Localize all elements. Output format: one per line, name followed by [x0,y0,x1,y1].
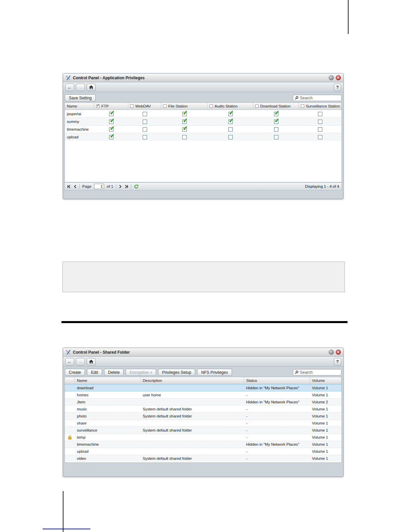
forward-button[interactable]: → [76,84,85,91]
surveillance_station-checkbox[interactable] [318,120,322,124]
privilege-row-jasperlai[interactable]: jasperlai [65,110,341,118]
titlebar[interactable]: Control Panel - Shared Folder × [63,348,343,357]
shared-folder-row-photo[interactable]: photoSystem default shared folder-Volume… [65,412,341,419]
file_station-checkbox[interactable] [182,135,187,139]
column-header-ftp[interactable]: FTP [94,103,128,109]
ftp-checkbox[interactable] [109,112,113,116]
download_station-checkbox[interactable] [274,127,278,132]
shared-folder-row-timemachine[interactable]: timemachineHidden in "My Network Places"… [65,441,341,448]
surveillance_station-checkbox[interactable] [318,135,322,139]
webdav-checkbox[interactable] [143,120,147,124]
download_station-checkbox[interactable] [274,112,278,116]
encryption-button[interactable]: Encryption▾ [126,369,156,376]
audio_station-checkbox[interactable] [228,127,233,132]
folder-status-icon-cell [65,455,75,462]
minimize-button[interactable] [329,350,334,355]
surveillance_station-checkbox[interactable] [318,127,322,132]
column-header-webdav[interactable]: WebDAV [128,103,161,109]
webdav-checkbox[interactable] [143,127,147,132]
webdav-select-all-checkbox[interactable] [130,104,134,108]
column-header-name[interactable]: Name [75,377,141,384]
column-header-audio_station[interactable]: Audio Station [208,103,253,109]
privilege-row-summy[interactable]: summy [65,118,341,125]
save-setting-button[interactable]: Save Setting [65,94,96,101]
folder-description [141,399,244,405]
shared-folder-row-download[interactable]: downloadHidden in "My Network Places"Vol… [65,384,341,391]
button-label: NFS Privileges [201,370,228,375]
last-page-button[interactable] [125,185,128,188]
home-button[interactable] [87,84,96,91]
shared-folder-row-share[interactable]: share-Volume 1 [65,419,341,427]
folder-volume: Volume 1 [310,455,341,462]
file_station-checkbox[interactable] [182,120,187,124]
help-button[interactable]: ? [334,84,341,91]
folder-status-icon-cell [65,392,75,398]
minimize-button[interactable] [329,75,334,80]
shared-folder-row-video[interactable]: videoSystem default shared folder-Volume… [65,455,341,462]
audio_station-checkbox[interactable] [228,135,233,139]
column-header-description[interactable]: Description [141,377,244,384]
search-input[interactable]: Search [293,95,341,101]
page-number-input[interactable] [94,184,104,189]
audio_station-cell [208,118,253,125]
prev-page-button[interactable] [74,185,77,188]
page-rule-top-right [348,0,349,34]
shared-folder-row-upload[interactable]: upload-Volume 1 [65,448,341,455]
privileges-setup-button[interactable]: Privileges Setup [158,369,195,376]
privilege-row-timemachine[interactable]: timemachine [65,125,341,133]
ftp-checkbox[interactable] [109,135,113,139]
webdav-checkbox[interactable] [143,135,147,139]
close-button[interactable]: × [336,75,341,80]
shared-folder-row-temp[interactable]: temp-Volume 1 [65,434,341,441]
delete-button[interactable]: Delete [104,369,124,376]
ftp-select-all-checkbox[interactable] [96,104,100,108]
audio_station-cell [208,126,253,133]
column-header-name[interactable]: Name [65,103,94,109]
shared-folder-row-Jtem[interactable]: JtemHidden in "My Network Places"Volume … [65,398,341,405]
file_station-checkbox[interactable] [182,127,187,132]
titlebar[interactable]: Control Panel - Application Privileges × [63,74,343,82]
column-header-surveillance_station[interactable]: Surveillance Station [299,103,341,109]
surveillance_station-checkbox[interactable] [318,112,322,116]
search-input[interactable]: Search [293,369,341,375]
shared-folder-row-surveillance[interactable]: surveillanceSystem default shared folder… [65,427,341,434]
nfs-privileges-button[interactable]: NFS Privileges [197,369,232,376]
back-button[interactable]: ← [65,358,74,365]
folder-name: photo [75,413,141,419]
create-button[interactable]: Create [65,369,85,376]
back-button[interactable]: ← [65,84,74,91]
folder-status-icon-cell [65,434,75,441]
column-header-volume[interactable]: Volume [310,377,341,384]
download_station-checkbox[interactable] [274,135,278,139]
user-name: summy [65,118,94,125]
surveillance_station-select-all-checkbox[interactable] [301,104,304,108]
edit-button[interactable]: Edit [87,369,102,376]
audio_station-checkbox[interactable] [228,112,233,116]
forward-button[interactable]: → [76,358,85,365]
privilege-row-upload[interactable]: upload [65,133,341,141]
ftp-checkbox[interactable] [109,127,113,132]
section-divider-rule [61,321,348,323]
folder-status: - [244,413,310,419]
file_station-select-all-checkbox[interactable] [163,104,167,108]
column-header-download_station[interactable]: Download Station [253,103,299,109]
audio_station-checkbox[interactable] [228,120,233,124]
webdav-checkbox[interactable] [143,112,147,116]
download_station-select-all-checkbox[interactable] [255,104,259,108]
close-button[interactable]: × [336,350,341,355]
help-button[interactable]: ? [334,358,341,365]
first-page-button[interactable] [67,185,71,188]
ftp-checkbox[interactable] [109,120,113,124]
shared-folder-row-music[interactable]: musicSystem default shared folder-Volume… [65,405,341,412]
home-button[interactable] [87,358,96,365]
download_station-checkbox[interactable] [274,120,278,124]
refresh-button[interactable] [134,184,138,189]
button-label: Encryption [130,370,149,375]
shared-folder-row-homes[interactable]: homesuser home-Volume 1 [65,391,341,398]
audio_station-select-all-checkbox[interactable] [210,104,213,108]
file_station-checkbox[interactable] [182,112,187,116]
column-header-file_station[interactable]: File Station [161,103,208,109]
next-page-button[interactable] [119,185,122,188]
folder-description [141,441,244,448]
column-header-status[interactable]: Status [244,377,310,384]
